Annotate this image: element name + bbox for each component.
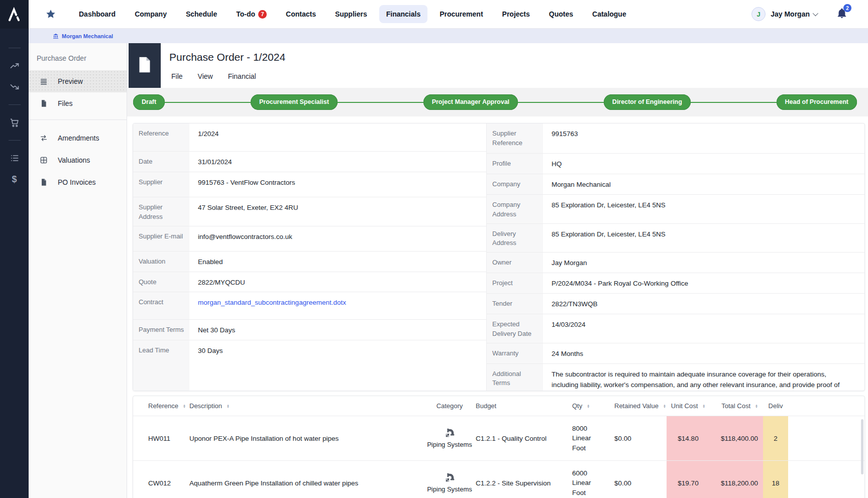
- sort-icon[interactable]: [183, 404, 186, 408]
- nav-item-dashboard[interactable]: Dashboard: [72, 5, 123, 23]
- nav-item-quotes[interactable]: Quotes: [542, 5, 580, 23]
- stage-head-of-procurement[interactable]: Head of Procurement: [777, 94, 857, 110]
- trend-up-icon[interactable]: [9, 60, 20, 71]
- sort-icon[interactable]: [587, 404, 590, 408]
- item-qty: 6000 Linear Foot: [572, 461, 608, 498]
- nav-item-todo[interactable]: To-do 7: [229, 5, 274, 24]
- col-header-total-cost[interactable]: Total Cost: [710, 402, 763, 410]
- item-unit-cost: $19.70: [667, 461, 710, 498]
- nav-item-projects[interactable]: Projects: [495, 5, 537, 23]
- document-icon: [138, 56, 152, 73]
- detail-row-quote: Quote 2822/MYQCDU: [133, 272, 486, 292]
- item-retained-value: $0.00: [608, 461, 667, 498]
- app-logo[interactable]: [0, 0, 29, 29]
- nav-item-catalogue[interactable]: Catalogue: [585, 5, 633, 23]
- app-rail: [0, 0, 29, 498]
- sidebar-item-valuations[interactable]: Valuations: [29, 149, 127, 171]
- nav-item-procurement[interactable]: Procurement: [432, 5, 490, 23]
- bank-icon: [53, 33, 59, 39]
- stage-director-of-engineering[interactable]: Director of Engineering: [604, 94, 691, 110]
- col-header-retained-value[interactable]: Retained Value: [608, 402, 667, 410]
- col-header-budget: Budget: [474, 402, 572, 410]
- detail-row-project: Project P/2024/M034 - Park Royal Co-Work…: [487, 273, 864, 293]
- cart-icon[interactable]: [9, 117, 20, 128]
- table-scrollbar[interactable]: [861, 419, 863, 474]
- user-name[interactable]: Jay Morgan: [771, 10, 810, 18]
- col-header-category: Category: [425, 402, 474, 410]
- detail-row-supplier-address: Supplier Address 47 Solar Street, Exeter…: [133, 197, 486, 226]
- details-right-column: Supplier Reference 9915763 Profile HQ Co…: [486, 123, 864, 391]
- detail-row-company: Company Morgan Mechanical: [487, 174, 864, 194]
- sidebar-title: Purchase Order: [29, 43, 127, 70]
- nav-item-company[interactable]: Company: [128, 5, 174, 23]
- line-items-header: Reference Description Category Budget Qt…: [133, 396, 864, 416]
- pipe-fitting-icon: [444, 428, 455, 439]
- workflow-bar: Draft Procurement Specialist Project Man…: [127, 88, 868, 116]
- sidebar-item-files[interactable]: Files: [29, 92, 127, 114]
- po-details-card: Reference 1/2024 Date 31/01/2024 Supplie…: [133, 123, 865, 391]
- nav-item-suppliers[interactable]: Suppliers: [328, 5, 374, 23]
- col-header-description[interactable]: Description: [189, 402, 425, 410]
- col-header-unit-cost[interactable]: Unit Cost: [667, 402, 710, 410]
- sidebar-item-preview[interactable]: Preview: [29, 70, 127, 92]
- sidebar-item-po-invoices[interactable]: PO Invoices: [29, 171, 127, 193]
- detail-row-supplier-reference: Supplier Reference 9915763: [487, 123, 864, 153]
- nav-item-contacts[interactable]: Contacts: [279, 5, 323, 23]
- breadcrumb-bar: Morgan Mechanical: [29, 29, 868, 43]
- notifications-button[interactable]: 2: [836, 7, 848, 21]
- list-icon[interactable]: [9, 153, 20, 164]
- favorites-star-icon[interactable]: [45, 9, 56, 20]
- sort-icon[interactable]: [755, 404, 758, 408]
- main-content: Purchase Order - 1/2024 File View Financ…: [127, 43, 868, 498]
- menu-file[interactable]: File: [171, 72, 183, 80]
- sort-icon[interactable]: [663, 404, 666, 408]
- document-sidebar: Purchase Order Preview Files Amendments: [29, 43, 127, 498]
- list-lines-icon: [40, 77, 48, 85]
- contract-file-link[interactable]: morgan_standard_subcontractingagreement.…: [198, 299, 346, 306]
- stage-project-manager-approval[interactable]: Project Manager Approval: [423, 94, 518, 110]
- workflow-track: Draft Procurement Specialist Project Man…: [133, 94, 857, 110]
- col-header-reference[interactable]: Reference: [133, 402, 189, 410]
- detail-row-valuation: Valuation Enabled: [133, 251, 486, 272]
- detail-row-warranty: Warranty 24 Months: [487, 343, 864, 363]
- line-item-row-hw011[interactable]: HW011 Uponor PEX-A Pipe Installation of …: [133, 416, 864, 461]
- item-category: Piping Systems: [425, 461, 474, 498]
- line-items-card: Reference Description Category Budget Qt…: [133, 396, 865, 498]
- item-delivery: 2: [763, 416, 788, 460]
- swap-arrows-icon: [40, 134, 48, 142]
- stage-procurement-specialist[interactable]: Procurement Specialist: [251, 94, 338, 110]
- detail-row-expected-delivery-date: Expected Delivery Date 14/03/2024: [487, 314, 864, 343]
- document-type-tile: [129, 43, 161, 88]
- menu-view[interactable]: View: [198, 72, 213, 80]
- sort-icon[interactable]: [702, 404, 705, 408]
- detail-row-lead-time: Lead Time 30 Days: [133, 340, 486, 391]
- item-total-cost: $118,200.00: [710, 461, 763, 498]
- stage-draft[interactable]: Draft: [133, 94, 165, 110]
- details-left-column: Reference 1/2024 Date 31/01/2024 Supplie…: [133, 123, 486, 391]
- archdesk-logo-icon: [7, 7, 22, 22]
- breadcrumb-company[interactable]: Morgan Mechanical: [53, 33, 113, 39]
- detail-row-tender: Tender 2822/TN3WQB: [487, 293, 864, 314]
- detail-row-delivery-address: Delivery Address 85 Exploration Dr, Leic…: [487, 223, 864, 253]
- grid-icon: [40, 156, 48, 164]
- item-unit-cost: $14.80: [667, 416, 710, 460]
- item-delivery: 18: [763, 461, 788, 498]
- nav-item-financials[interactable]: Financials: [379, 5, 427, 23]
- rail-divider: [9, 104, 21, 105]
- col-header-delivery[interactable]: Deliv: [763, 402, 788, 410]
- page-title: Purchase Order - 1/2024: [169, 51, 285, 63]
- user-avatar[interactable]: J: [751, 7, 766, 21]
- dollar-icon[interactable]: [9, 174, 20, 185]
- sidebar-item-amendments[interactable]: Amendments: [29, 127, 127, 149]
- trend-down-icon[interactable]: [9, 81, 20, 92]
- item-filler: [788, 461, 864, 498]
- col-header-qty[interactable]: Qty: [572, 402, 608, 410]
- nav-item-schedule[interactable]: Schedule: [179, 5, 224, 23]
- menu-financial[interactable]: Financial: [228, 72, 256, 80]
- rail-divider: [9, 48, 21, 48]
- top-nav-bar: Dashboard Company Schedule To-do 7 Conta…: [29, 0, 868, 29]
- chevron-down-icon[interactable]: [813, 11, 818, 16]
- detail-row-supplier-email: Supplier E-mail info@ventflowcontractors…: [133, 226, 486, 251]
- line-item-row-cw012[interactable]: CW012 Aquatherm Green Pipe Installation …: [133, 461, 864, 498]
- sort-icon[interactable]: [227, 404, 230, 408]
